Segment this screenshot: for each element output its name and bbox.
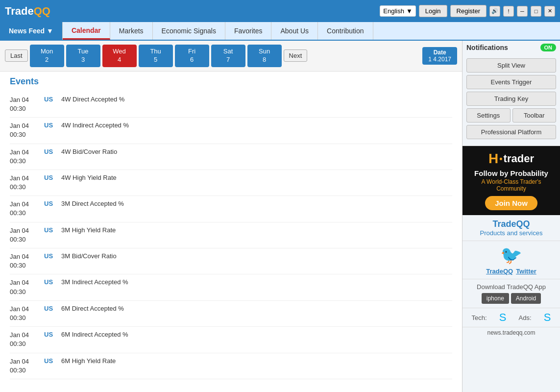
event-time-5: Jan 0400:30 bbox=[10, 226, 44, 244]
nav-label-calendar: Calendar bbox=[72, 26, 101, 34]
event-country-2: US bbox=[44, 148, 61, 155]
iphone-button[interactable]: iphone bbox=[482, 293, 509, 304]
table-row: Jan 0400:30 US 4W Bid/Cover Ratio bbox=[10, 144, 452, 170]
last-button[interactable]: Last bbox=[5, 49, 28, 62]
language-label: English bbox=[383, 7, 404, 15]
navbar: News Feed ▼ Calendar Markets Economic Si… bbox=[0, 22, 560, 41]
day-btn-sun[interactable]: Sun 8 bbox=[247, 45, 282, 67]
hitrader-dot: • bbox=[499, 154, 502, 164]
hitrader-h: H bbox=[488, 151, 498, 167]
nav-item-news-feed[interactable]: News Feed ▼ bbox=[0, 22, 63, 40]
login-button[interactable]: Login bbox=[419, 5, 447, 17]
close-button[interactable]: ✕ bbox=[544, 6, 555, 17]
minimize-button[interactable]: ─ bbox=[517, 6, 528, 17]
register-button[interactable]: Register bbox=[450, 5, 487, 17]
logo-trade: Trade bbox=[5, 5, 34, 18]
twitter-tradeqq-link[interactable]: TradeQQ bbox=[486, 268, 513, 275]
day-label-thu: Thu bbox=[146, 48, 166, 56]
date-box: Date 1 4.2017 bbox=[422, 47, 457, 65]
event-time-2: Jan 0400:30 bbox=[10, 148, 44, 166]
event-country-10: US bbox=[44, 357, 61, 365]
join-now-button[interactable]: Join Now bbox=[485, 196, 537, 210]
calendar-area: Last Mon 2 Tue 3 Wed 4 Thu 5 Fri 6 bbox=[0, 41, 462, 392]
events-title: Events bbox=[10, 76, 452, 87]
day-label-sat: Sat bbox=[218, 48, 239, 56]
event-time-7: Jan 0400:30 bbox=[10, 278, 44, 296]
event-time-8: Jan 0400:30 bbox=[10, 305, 44, 322]
event-desc-7: 3M Indirect Accepted % bbox=[61, 278, 128, 286]
language-selector[interactable]: English ▼ bbox=[380, 5, 416, 17]
day-btn-fri[interactable]: Fri 6 bbox=[175, 45, 209, 67]
table-row: Jan 0400:30 US 4W High Yield Rate bbox=[10, 170, 452, 196]
ad-banner: H • trader Follow by Probability A World… bbox=[463, 146, 560, 215]
maximize-button[interactable]: □ bbox=[531, 6, 541, 17]
day-num-wed: 4 bbox=[109, 56, 130, 64]
alert-button[interactable]: ! bbox=[503, 6, 514, 17]
day-label-fri: Fri bbox=[182, 48, 202, 56]
event-desc-0: 4W Direct Accepted % bbox=[61, 96, 124, 103]
event-desc-3: 4W High Yield Rate bbox=[61, 174, 117, 181]
event-country-3: US bbox=[44, 174, 61, 181]
nav-item-calendar[interactable]: Calendar bbox=[63, 22, 110, 40]
next-button[interactable]: Next bbox=[284, 49, 308, 62]
sound-button[interactable]: 🔊 bbox=[489, 6, 500, 17]
nav-item-markets[interactable]: Markets bbox=[110, 22, 153, 40]
logo-qq: QQ bbox=[34, 5, 50, 18]
event-country-6: US bbox=[44, 252, 61, 260]
events-trigger-button[interactable]: Events Trigger bbox=[466, 75, 556, 89]
table-row: Jan 0400:30 US 6M Indirect Accepted % bbox=[10, 327, 452, 353]
day-label-tue: Tue bbox=[73, 48, 94, 56]
logo: TradeQQ bbox=[5, 5, 50, 18]
table-row: Jan 0400:30 US 3M Bid/Cover Ratio bbox=[10, 248, 452, 274]
event-country-8: US bbox=[44, 305, 61, 312]
day-btn-thu[interactable]: Thu 5 bbox=[139, 45, 173, 67]
date-label: Date bbox=[428, 49, 451, 56]
day-label-sun: Sun bbox=[254, 48, 275, 56]
nav-item-economic-signals[interactable]: Economic Signals bbox=[153, 22, 225, 40]
day-btn-sat[interactable]: Sat 7 bbox=[211, 45, 245, 67]
day-selector: Last Mon 2 Tue 3 Wed 4 Thu 5 Fri 6 bbox=[0, 41, 462, 72]
table-row: Jan 0400:30 US 4W Direct Accepted % bbox=[10, 92, 452, 118]
table-row: Jan 0400:30 US 6M High Yield Rate bbox=[10, 353, 452, 379]
day-btn-wed[interactable]: Wed 4 bbox=[102, 45, 137, 67]
nav-item-contribution[interactable]: Contribution bbox=[318, 22, 373, 40]
nav-label-news-feed: News Feed ▼ bbox=[9, 27, 53, 35]
notifications-toggle[interactable]: ON bbox=[540, 44, 557, 51]
day-label-mon: Mon bbox=[37, 48, 57, 56]
twitter-section: 🐦 TradeQQ Twitter bbox=[463, 241, 560, 279]
ads-label: Ads: bbox=[519, 314, 532, 321]
event-country-9: US bbox=[44, 331, 61, 338]
date-value: 1 4.2017 bbox=[428, 56, 451, 63]
main-content: Last Mon 2 Tue 3 Wed 4 Thu 5 Fri 6 bbox=[0, 41, 560, 392]
day-num-mon: 2 bbox=[37, 56, 57, 64]
table-row: Jan 0400:30 US 3M High Yield Rate bbox=[10, 222, 452, 248]
tech-label: Tech: bbox=[472, 314, 487, 321]
day-btn-mon[interactable]: Mon 2 bbox=[30, 45, 64, 67]
nav-label-about-us: About Us bbox=[280, 27, 309, 35]
download-label: Download TradeQQ App bbox=[466, 283, 556, 291]
event-time-9: Jan 0400:30 bbox=[10, 331, 44, 348]
event-desc-6: 3M Bid/Cover Ratio bbox=[61, 252, 117, 260]
sidebar-buttons: Split View Events Trigger Trading Key Se… bbox=[463, 54, 560, 146]
professional-platform-button[interactable]: Professional Platform bbox=[466, 125, 556, 139]
trading-key-button[interactable]: Trading Key bbox=[466, 92, 556, 106]
settings-button[interactable]: Settings bbox=[466, 108, 511, 122]
hitrader-trader: trader bbox=[504, 152, 534, 165]
event-time-10: Jan 0400:30 bbox=[10, 357, 44, 375]
event-time-0: Jan 0400:30 bbox=[10, 96, 44, 113]
nav-item-favorites[interactable]: Favorites bbox=[225, 22, 272, 40]
twitter-twitter-link[interactable]: Twitter bbox=[516, 268, 536, 275]
nav-item-about-us[interactable]: About Us bbox=[271, 22, 318, 40]
products-label: Products and services bbox=[466, 229, 556, 237]
event-country-1: US bbox=[44, 122, 61, 129]
day-btn-tue[interactable]: Tue 3 bbox=[66, 45, 100, 67]
event-desc-1: 4W Indirect Accepted % bbox=[61, 122, 129, 129]
twitter-links: TradeQQ Twitter bbox=[466, 268, 556, 275]
split-view-button[interactable]: Split View bbox=[466, 58, 556, 73]
settings-toolbar-row: Settings Toolbar bbox=[466, 108, 556, 122]
toolbar-button[interactable]: Toolbar bbox=[512, 108, 557, 122]
event-desc-10: 6M High Yield Rate bbox=[61, 357, 116, 365]
ad-sub: A World-Class Trader's Community bbox=[467, 178, 555, 192]
footer-url: news.tradeqq.com bbox=[463, 327, 560, 338]
android-button[interactable]: Android bbox=[511, 293, 541, 304]
